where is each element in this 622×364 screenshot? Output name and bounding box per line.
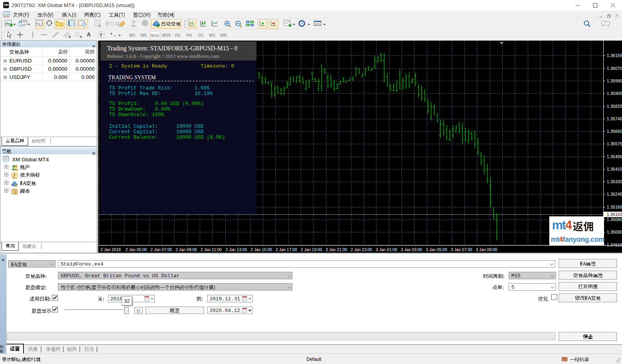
svg-text:F: F	[80, 35, 82, 38]
svg-text:E: E	[69, 35, 71, 38]
svg-text:T: T	[100, 33, 102, 37]
